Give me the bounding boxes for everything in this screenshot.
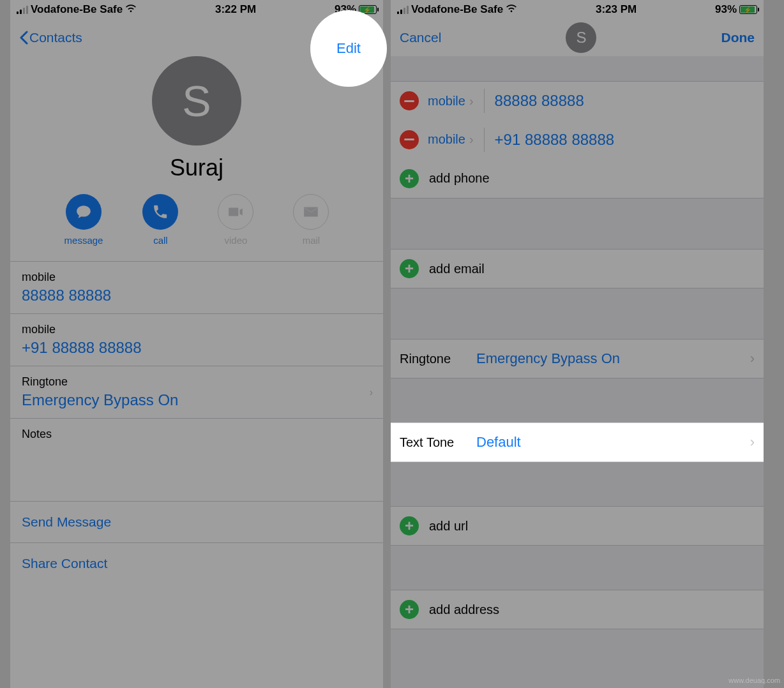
carrier-label: Vodafone-Be Safe (411, 3, 503, 16)
mail-button: mail (293, 194, 329, 246)
chevron-right-icon: › (469, 132, 474, 147)
call-label: call (153, 235, 168, 246)
chevron-right-icon: › (370, 387, 373, 398)
phone-cell-0[interactable]: mobile 88888 88888 (10, 262, 383, 314)
back-label: Contacts (29, 30, 82, 45)
mail-label: mail (303, 235, 320, 246)
ringtone-value: Emergency Bypass On (22, 391, 372, 409)
phone-value: 88888 88888 (22, 287, 372, 304)
svg-rect-1 (404, 138, 414, 140)
contact-actions: message call video mail (10, 194, 383, 262)
phone-icon (152, 204, 169, 220)
message-button[interactable]: message (64, 194, 103, 246)
delete-icon[interactable] (400, 91, 419, 110)
clock: 3:23 PM (517, 3, 715, 16)
watermark: www.deuaq.com (728, 677, 780, 684)
edit-label: Edit (336, 40, 361, 57)
add-address-label: add address (429, 602, 499, 617)
edit-phone-row-1[interactable]: mobile› +91 88888 88888 (391, 120, 764, 160)
wifi-icon (506, 3, 517, 17)
notes-cell[interactable]: Notes (10, 419, 383, 502)
phone-type-selector[interactable]: mobile› (428, 94, 474, 108)
battery-icon: ⚡ (739, 5, 757, 14)
contact-avatar: S (152, 56, 241, 146)
edit-avatar[interactable]: S (566, 22, 596, 53)
edit-phone-row-0[interactable]: mobile› 88888 88888 (391, 81, 764, 121)
add-email-label: add email (429, 262, 485, 276)
message-label: message (64, 235, 103, 246)
signal-icon (17, 5, 28, 14)
notes-label: Notes (22, 428, 372, 441)
cancel-button[interactable]: Cancel (400, 30, 441, 45)
video-button: video (218, 194, 253, 246)
add-icon: + (400, 516, 419, 535)
signal-icon (397, 5, 409, 14)
battery-percent: 93% (715, 3, 737, 16)
phone-input[interactable]: 88888 88888 (495, 92, 584, 110)
phone-value: +91 88888 88888 (22, 339, 372, 357)
texttone-row[interactable]: Text Tone Default › (391, 423, 764, 462)
ringtone-row[interactable]: Ringtone Emergency Bypass On › (391, 339, 764, 378)
contact-name: Suraj (170, 154, 223, 181)
share-contact-cell[interactable]: Share Contact (10, 543, 383, 584)
add-phone-row[interactable]: + add phone (391, 159, 764, 198)
contact-view-screen: Vodafone-Be Safe 3:22 PM 93% ⚡ Contacts … (10, 0, 383, 688)
chevron-right-icon: › (750, 350, 755, 367)
ringtone-label: Ringtone (400, 352, 476, 366)
status-bar: Vodafone-Be Safe 3:23 PM 93% ⚡ (391, 0, 764, 19)
phone-cell-1[interactable]: mobile +91 88888 88888 (10, 314, 383, 366)
ringtone-value: Emergency Bypass On (476, 350, 750, 367)
texttone-label: Text Tone (400, 435, 476, 450)
carrier-label: Vodafone-Be Safe (31, 3, 123, 16)
video-icon (227, 204, 244, 220)
add-icon: + (400, 169, 419, 188)
add-url-row[interactable]: + add url (391, 506, 764, 546)
send-message-cell[interactable]: Send Message (10, 502, 383, 543)
add-url-label: add url (429, 519, 468, 534)
ringtone-label: Ringtone (22, 375, 372, 389)
ringtone-cell[interactable]: Ringtone Emergency Bypass On › (10, 366, 383, 419)
add-icon: + (400, 600, 419, 619)
add-phone-label: add phone (429, 171, 490, 186)
phone-label: mobile (22, 323, 372, 336)
done-button[interactable]: Done (721, 30, 755, 45)
add-email-row[interactable]: + add email (391, 249, 764, 288)
nav-bar-edit: Cancel S Done (391, 19, 764, 56)
mail-icon (303, 204, 319, 220)
message-icon (75, 204, 92, 220)
phone-type-selector[interactable]: mobile› (428, 132, 474, 147)
contact-edit-screen: Vodafone-Be Safe 3:23 PM 93% ⚡ Cancel S … (391, 0, 764, 688)
chevron-left-icon (19, 31, 28, 45)
edit-button-highlight[interactable]: Edit (310, 10, 387, 87)
add-icon: + (400, 259, 419, 278)
video-label: video (225, 235, 248, 246)
wifi-icon (125, 3, 137, 17)
back-button[interactable]: Contacts (19, 30, 82, 45)
call-button[interactable]: call (142, 194, 178, 246)
phone-label: mobile (22, 271, 372, 284)
add-address-row[interactable]: + add address (391, 590, 764, 629)
clock: 3:22 PM (137, 3, 335, 16)
chevron-right-icon: › (469, 94, 474, 108)
delete-icon[interactable] (400, 130, 419, 149)
phone-input[interactable]: +91 88888 88888 (495, 131, 615, 149)
chevron-right-icon: › (750, 434, 755, 451)
texttone-value: Default (476, 434, 750, 451)
svg-rect-0 (404, 100, 414, 102)
